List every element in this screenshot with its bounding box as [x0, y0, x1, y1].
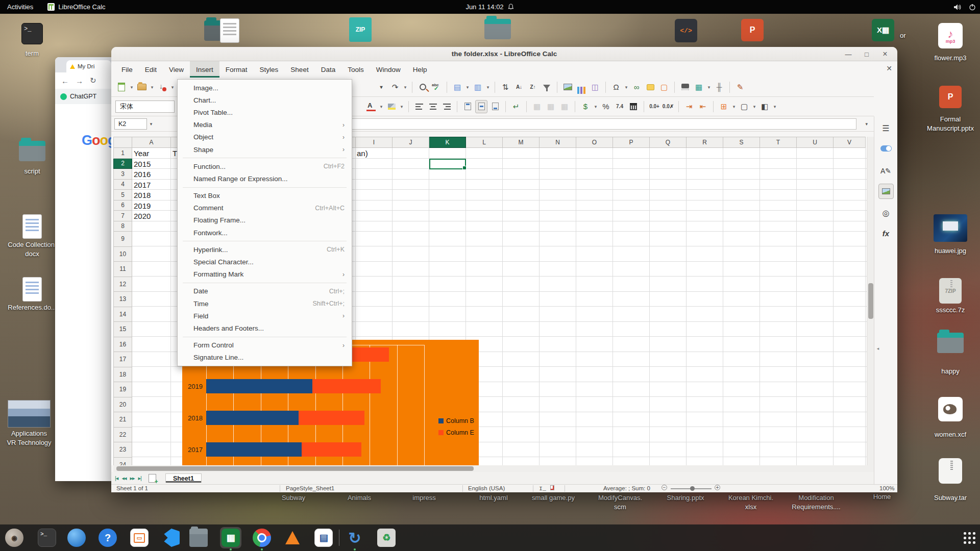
special-character-icon[interactable]: Ω: [610, 81, 622, 94]
row-header-4[interactable]: 4: [113, 180, 132, 190]
menu-item-time[interactable]: TimeShift+Ctrl+;: [178, 297, 352, 310]
horizontal-scrollbar-thumb[interactable]: [116, 466, 474, 471]
open-file-dropdown-icon[interactable]: ▾: [150, 85, 155, 90]
row-header-8[interactable]: 8: [113, 221, 132, 232]
column-header-R[interactable]: R: [687, 137, 723, 148]
selected-cell-K2[interactable]: [429, 159, 466, 169]
show-applications-icon[interactable]: [963, 531, 976, 544]
menu-file[interactable]: File: [115, 61, 139, 78]
row-header-3[interactable]: 3: [113, 169, 132, 180]
show-draw-functions-icon[interactable]: ✎: [734, 81, 746, 94]
desktop-icon-term[interactable]: >_: [21, 23, 43, 44]
desktop-icon-huawei-jpg-label[interactable]: huawei.jpg: [935, 247, 966, 255]
insert-mode-icon[interactable]: I_: [539, 485, 546, 492]
sheet-tab-sheet1[interactable]: Sheet1: [165, 473, 202, 483]
zoom-percent[interactable]: 100%: [879, 485, 894, 491]
sidebar-settings-icon[interactable]: ☰: [878, 120, 894, 136]
desktop-icon-script[interactable]: [19, 141, 45, 161]
row-header-15[interactable]: 15: [113, 322, 132, 337]
insert-image-icon[interactable]: [561, 81, 574, 94]
gallery-icon[interactable]: [878, 184, 894, 199]
delete-decimal-place-icon[interactable]: 0.0✗: [662, 100, 674, 113]
desktop-icon-code-collection--label[interactable]: Code Collection.: [8, 241, 56, 248]
clock[interactable]: Jun 11 14:02: [465, 3, 514, 11]
currency-format-dropdown-icon[interactable]: ▾: [593, 104, 598, 109]
desktop-icon-huawei-jpg[interactable]: [934, 214, 967, 242]
date-format-icon[interactable]: [627, 100, 640, 113]
menu-item-function[interactable]: Function...Ctrl+F2: [178, 160, 352, 172]
menu-styles[interactable]: Styles: [254, 61, 285, 78]
dock-app-vlc[interactable]: [282, 527, 303, 548]
desktop-icon-references-do--label[interactable]: References.do...: [8, 304, 56, 311]
selection-stats[interactable]: Average: ; Sum: 0: [603, 485, 650, 491]
close-document-icon[interactable]: ✕: [886, 64, 892, 72]
desktop-icon-code-collection--label[interactable]: docx: [25, 250, 39, 258]
desktop-icon-korean-kimchi--label[interactable]: xlsx: [745, 503, 756, 511]
menu-item-shape[interactable]: Shape›: [178, 143, 352, 156]
insert-chart-icon[interactable]: [575, 81, 587, 94]
cell-A6[interactable]: 2019: [134, 202, 151, 210]
close-button[interactable]: ×: [880, 49, 890, 59]
desktop-icon-subway-tar[interactable]: [939, 458, 962, 484]
column-header-M[interactable]: M: [503, 137, 540, 148]
autofilter-icon[interactable]: [541, 81, 553, 94]
row-header-22[interactable]: 22: [113, 428, 132, 443]
menu-item-image[interactable]: Image...: [178, 82, 352, 94]
insert-row-dropdown-icon[interactable]: ▾: [465, 85, 470, 90]
dock-app-chrome[interactable]: [251, 527, 273, 548]
insert-column-dropdown-icon[interactable]: ▾: [485, 85, 491, 90]
desktop-icon-folder[interactable]: [484, 19, 511, 39]
desktop-icon-term-label[interactable]: term: [26, 49, 39, 57]
redo-dropdown-icon[interactable]: ▾: [403, 85, 408, 90]
percent-format-icon[interactable]: %: [600, 100, 612, 113]
align-left-icon[interactable]: [413, 100, 425, 113]
cell-A5[interactable]: 2018: [134, 191, 151, 199]
desktop-icon-happy-label[interactable]: happy: [941, 367, 959, 375]
cell-A2[interactable]: 2015: [134, 160, 151, 168]
menu-help[interactable]: Help: [407, 61, 433, 78]
last-sheet-icon[interactable]: ▸|: [138, 475, 141, 482]
unmerge-cells-icon[interactable]: ▦: [558, 100, 571, 113]
column-header-V[interactable]: V: [834, 137, 866, 148]
special-character-dropdown-icon[interactable]: ▾: [624, 85, 629, 90]
desktop-icon-formal-label[interactable]: Manuscript.pptx: [927, 124, 974, 132]
save-dropdown-icon[interactable]: ▾: [170, 85, 175, 90]
cell-A7[interactable]: 2020: [134, 212, 151, 220]
pivot-table-icon[interactable]: ◫: [589, 81, 601, 94]
new-document-dropdown-icon[interactable]: ▾: [129, 85, 134, 90]
desktop-icon-applications-label[interactable]: Applications: [11, 430, 47, 437]
menu-item-object[interactable]: Object›: [178, 131, 352, 143]
desktop-icon-women-xcf-label[interactable]: women.xcf: [935, 431, 966, 438]
properties-icon[interactable]: [878, 141, 894, 156]
browser-reload-button[interactable]: ↻: [90, 76, 96, 85]
desktop-icon-ppt[interactable]: P: [741, 19, 764, 41]
insert-row-icon[interactable]: ▤: [451, 81, 463, 94]
desktop-icon-modification-label[interactable]: Modification: [798, 494, 834, 502]
menu-item-media[interactable]: Media›: [178, 119, 352, 131]
zoom-out-icon[interactable]: −: [662, 485, 667, 490]
dock-app-impress[interactable]: ▭: [129, 527, 150, 548]
menu-item-formatting-mark[interactable]: Formatting Mark›: [178, 268, 352, 281]
wrap-text-icon[interactable]: ↵: [510, 100, 522, 113]
row-header-7[interactable]: 7: [113, 211, 132, 221]
navigator-icon[interactable]: ◎: [878, 205, 894, 220]
currency-format-icon[interactable]: $: [579, 100, 592, 113]
vertical-scrollbar-thumb[interactable]: [868, 283, 873, 319]
desktop-icon-home-label[interactable]: Home: [873, 493, 891, 500]
menu-item-pivot-table[interactable]: Pivot Table...: [178, 106, 352, 118]
sort-descending-icon[interactable]: Z↑: [527, 81, 539, 94]
menu-item-hyperlink[interactable]: Hyperlink...Ctrl+K: [178, 243, 352, 256]
insert-hyperlink-icon[interactable]: ∞: [630, 81, 643, 94]
column-header-U[interactable]: U: [797, 137, 834, 148]
conditional-formatting-dropdown-icon[interactable]: ▾: [772, 104, 777, 109]
column-header-O[interactable]: O: [576, 137, 613, 148]
menu-item-signature-line[interactable]: Signature Line...: [178, 352, 352, 364]
row-header-14[interactable]: 14: [113, 307, 132, 322]
desktop-icon-women-xcf[interactable]: [938, 397, 963, 421]
row-header-24[interactable]: 24: [113, 458, 132, 466]
dock-app-files[interactable]: [188, 527, 209, 548]
desktop-icon-script-label[interactable]: script: [24, 167, 40, 175]
row-header-21[interactable]: 21: [113, 412, 132, 428]
menu-view[interactable]: View: [163, 61, 190, 78]
column-header-J[interactable]: J: [393, 137, 429, 148]
